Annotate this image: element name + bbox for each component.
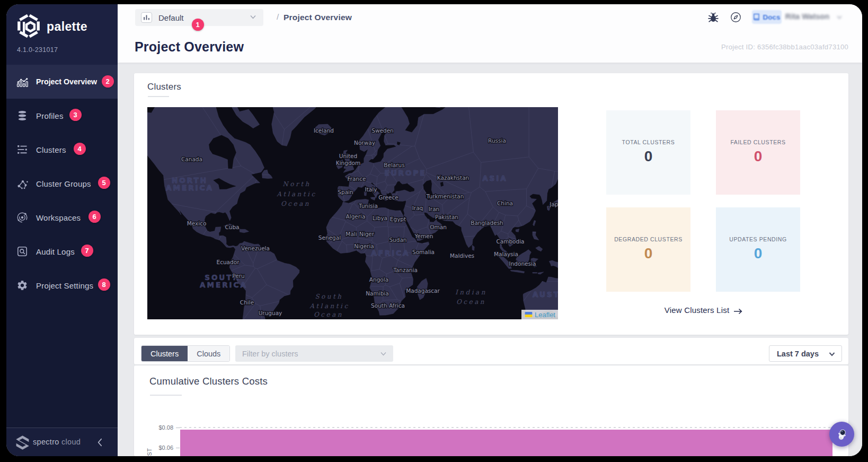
stat-value: 0 — [754, 148, 763, 165]
page-header: Default / Project Overview — [118, 4, 862, 63]
map-label: Iceland — [314, 127, 334, 134]
help-compass-icon[interactable] — [730, 12, 741, 23]
view-clusters-list-link[interactable]: View Clusters List — [606, 306, 801, 315]
project-selector-value: Default — [158, 13, 184, 22]
map-label: Sudan — [389, 237, 406, 243]
map-label: Yemen — [414, 233, 433, 239]
map-label: Kazakhstan — [437, 175, 470, 181]
sidebar-item-audit-logs[interactable]: Audit Logs — [6, 234, 118, 268]
sidebar-item-profiles[interactable]: Profiles — [6, 99, 118, 133]
costs-chart-title: Cumulative Clusters Costs — [149, 376, 268, 387]
stat-label: TOTAL CLUSTERS — [622, 139, 675, 145]
map-label: AMERICA — [200, 281, 247, 289]
cluster-groups-icon — [16, 178, 28, 189]
map-label: China — [497, 200, 513, 206]
map-label: Ocean — [314, 311, 343, 318]
map-label: Madagascar — [406, 287, 440, 294]
annotation-badge-7[interactable]: 7 — [81, 245, 93, 257]
brand-cloud: cloud — [61, 438, 81, 446]
docs-button[interactable]: Docs — [752, 10, 782, 24]
clusters-card-title: Clusters — [147, 82, 181, 92]
filter-toolbar: Clusters Clouds Filter by clusters Last … — [134, 338, 848, 364]
filter-by-clusters-select[interactable]: Filter by clusters — [235, 345, 393, 362]
map-label: EUROPE — [384, 169, 426, 177]
palette-logo-icon — [16, 13, 41, 39]
filter-placeholder: Filter by clusters — [242, 350, 298, 358]
docs-label: Docs — [763, 13, 780, 21]
map-label: Iraq — [412, 205, 423, 211]
cluster-stats: TOTAL CLUSTERS 0 FAILED CLUSTERS 0 DEGRA… — [606, 110, 801, 292]
map-label: Atlantic — [276, 190, 316, 198]
chevron-down-icon — [829, 352, 835, 356]
sidebar-item-label: Clusters — [36, 145, 66, 154]
spectro-cloud-brand: spectro cloud — [33, 438, 81, 446]
map-label: Cuba — [225, 224, 239, 230]
map-label: Iran — [429, 206, 440, 212]
map-label: Somalia — [412, 249, 435, 255]
stat-failed-clusters: FAILED CLUSTERS 0 — [716, 110, 800, 195]
sidebar-item-label: Profiles — [36, 111, 64, 120]
stat-updates-pending: UPDATES PENDING 0 — [716, 207, 800, 292]
app-window: palette 4.1.0-231017 Project Overview Pr… — [6, 4, 862, 456]
map-label: Russia — [488, 137, 506, 144]
stat-label: DEGRADED CLUSTERS — [614, 236, 683, 242]
sidebar-item-workspaces[interactable]: Workspaces — [6, 201, 118, 234]
world-map[interactable]: NORTHAMERICAEUROPEASIAAFRICASOUTHAMERICA… — [147, 107, 558, 319]
sidebar-item-clusters[interactable]: Clusters — [6, 133, 118, 167]
map-label: South Africa — [371, 302, 405, 309]
assistant-fab-button[interactable] — [829, 422, 854, 447]
map-label: Uruguay — [259, 310, 282, 316]
sidebar-item-label: Workspaces — [36, 213, 81, 222]
date-range-select[interactable]: Last 7 days — [769, 345, 842, 362]
map-label: Nigeria — [354, 243, 374, 249]
map-label: Mali — [346, 231, 357, 237]
annotation-badge-8[interactable]: 8 — [98, 278, 110, 291]
app-logo-text: palette — [47, 20, 87, 34]
map-label: United — [339, 153, 358, 159]
dashed-gridline — [180, 427, 843, 428]
project-scope-icon — [141, 12, 152, 23]
map-label: Egypt — [390, 216, 406, 222]
world-map-svg: NORTHAMERICAEUROPEASIAAFRICASOUTHAMERICA… — [147, 107, 558, 319]
y-tick-mark — [176, 448, 180, 448]
map-label: Ocean — [281, 200, 311, 207]
map-label: Malaysia — [494, 251, 518, 257]
map-label: Pakistan — [435, 214, 458, 220]
user-chevron-down-icon[interactable] — [837, 15, 842, 19]
arrow-right-icon — [733, 308, 742, 315]
stat-value: 0 — [644, 245, 653, 262]
tab-clusters[interactable]: Clusters — [141, 346, 188, 361]
map-label: Tunisia — [358, 203, 378, 209]
y-axis-label: COST — [146, 448, 153, 456]
sidebar-item-label: Cluster Groups — [36, 179, 91, 188]
logo-block: palette 4.1.0-231017 — [6, 4, 118, 65]
annotation-badge-1[interactable]: 1 — [192, 19, 204, 31]
map-label: Japan — [549, 201, 558, 207]
main-area: Default / Project Overview — [118, 4, 862, 456]
clusters-card: Clusters NORTHAMERICAEUROPEASIAAFRICASOU… — [134, 73, 848, 335]
user-menu[interactable]: Rita Watson — [785, 12, 829, 21]
map-label: Canada — [181, 156, 202, 162]
map-label: AUSTRALIA — [533, 290, 558, 299]
breadcrumb[interactable]: Project Overview — [284, 13, 352, 22]
map-label: AFRICA — [371, 249, 410, 257]
leaflet-link[interactable]: Leaflet — [535, 311, 555, 319]
sidebar-collapse-icon[interactable] — [97, 438, 102, 447]
costs-chart-card: Cumulative Clusters Costs $0.08 $0.06 CO… — [134, 365, 848, 456]
tab-clouds[interactable]: Clouds — [188, 346, 229, 361]
annotation-badge-2[interactable]: 2 — [102, 75, 114, 88]
bug-report-icon[interactable] — [707, 12, 719, 23]
map-label: Spain — [338, 189, 353, 195]
annotation-badge-4[interactable]: 4 — [74, 143, 86, 155]
sidebar-item-project-overview[interactable]: Project Overview — [6, 65, 118, 99]
map-label: Oman — [430, 224, 447, 230]
map-label: Indian — [455, 289, 487, 296]
map-label: AMERICA — [166, 184, 214, 192]
annotation-badge-3[interactable]: 3 — [69, 109, 82, 121]
annotation-badge-5[interactable]: 5 — [98, 177, 110, 189]
map-label: Chile — [240, 299, 254, 306]
annotation-badge-6[interactable]: 6 — [88, 211, 101, 223]
breadcrumb-separator: / — [277, 12, 279, 22]
brand-spectro: spectro — [33, 438, 59, 446]
map-label: France — [348, 176, 366, 182]
